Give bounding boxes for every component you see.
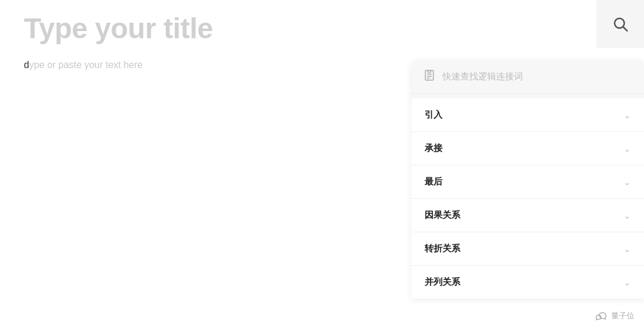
chevron-down-icon-intro: ⌄ (624, 110, 631, 120)
chevron-down-icon-transition: ⌄ (624, 244, 631, 254)
title-input[interactable] (24, 12, 382, 45)
watermark: 量子位 (595, 309, 634, 322)
category-label-parallel: 并列关系 (425, 276, 460, 288)
svg-rect-2 (428, 70, 431, 72)
editor-area[interactable]: dype or paste your text here (24, 60, 394, 70)
chevron-down-icon-causality: ⌄ (624, 211, 631, 220)
category-item-finally[interactable]: 最后 ⌄ (411, 165, 644, 199)
chevron-down-icon-continuation: ⌄ (624, 144, 631, 153)
editor-placeholder: ype or paste your text here (29, 60, 143, 70)
sidebar-search-placeholder: 快速查找逻辑连接词 (442, 71, 523, 82)
category-item-intro[interactable]: 引入 ⌄ (411, 99, 644, 132)
category-label-continuation: 承接 (425, 143, 442, 154)
brand-label: 量子位 (611, 311, 634, 321)
category-item-continuation[interactable]: 承接 ⌄ (411, 132, 644, 165)
search-icon (612, 16, 628, 32)
chevron-down-icon-finally: ⌄ (624, 177, 631, 187)
category-item-transition[interactable]: 转折关系 ⌄ (411, 232, 644, 266)
category-label-transition: 转折关系 (425, 243, 460, 254)
main-area: dype or paste your text here 快速查找逻辑连接词 引… (0, 0, 644, 332)
category-list: 引入 ⌄ 承接 ⌄ 最后 ⌄ 因果关系 ⌄ 转折关系 ⌄ 并列关系 ⌄ (411, 99, 644, 299)
search-button[interactable] (596, 0, 644, 48)
category-label-finally: 最后 (425, 176, 442, 187)
category-label-causality: 因果关系 (425, 210, 460, 221)
category-label-intro: 引入 (425, 109, 442, 121)
category-item-parallel[interactable]: 并列关系 ⌄ (411, 266, 644, 299)
clipboard-icon (423, 69, 435, 84)
svg-line-1 (623, 27, 627, 30)
wechat-icon (595, 309, 608, 322)
chevron-down-icon-parallel: ⌄ (624, 278, 631, 287)
cursor-char: d (24, 60, 29, 70)
category-item-causality[interactable]: 因果关系 ⌄ (411, 199, 644, 232)
sidebar-panel: 快速查找逻辑连接词 引入 ⌄ 承接 ⌄ 最后 ⌄ 因果关系 ⌄ 转折关系 (411, 60, 644, 299)
sidebar-search-bar[interactable]: 快速查找逻辑连接词 (411, 60, 644, 94)
